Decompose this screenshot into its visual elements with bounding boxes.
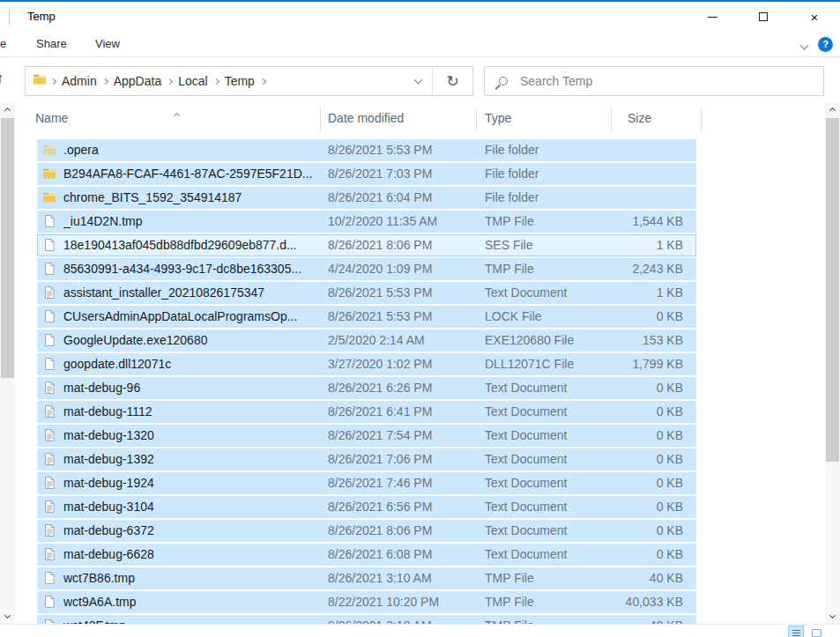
file-list-scrollbar[interactable] (825, 102, 840, 624)
scrollbar-thumb[interactable] (826, 118, 839, 462)
file-date-modified: 8/26/2021 8:06 PM (328, 523, 432, 537)
scroll-down-button[interactable] (825, 610, 840, 624)
file-name: .opera (63, 143, 99, 157)
folder-hidden-icon (42, 143, 56, 157)
table-row[interactable]: GoogleUpdate.exe1206802/5/2020 2:14 AMEX… (15, 330, 825, 352)
table-row[interactable]: _iu14D2N.tmp10/2/2020 11:35 AMTMP File1,… (15, 211, 825, 233)
table-row[interactable]: goopdate.dll12071c3/27/2020 1:02 PMDLL12… (15, 353, 825, 375)
file-size: 0 KB (579, 428, 683, 442)
file-icon (42, 309, 56, 323)
chevron-down-icon (800, 41, 809, 50)
column-divider[interactable] (611, 107, 612, 132)
file-date-modified: 2/5/2020 2:14 AM (328, 333, 425, 347)
file-type: Text Document (485, 523, 567, 537)
titlebar-separator (9, 10, 10, 25)
chevron-down-icon (413, 76, 422, 85)
table-row[interactable]: wct7B86.tmp8/26/2021 3:10 AMTMP File40 K… (15, 567, 825, 589)
question-icon: ? (822, 39, 829, 49)
minimize-button[interactable] (687, 2, 738, 32)
breadcrumb-item-temp[interactable]: Temp (219, 74, 260, 88)
file-type: Text Document (485, 500, 567, 514)
refresh-button[interactable]: ↻ (432, 67, 472, 95)
table-row[interactable]: mat-debug-31048/26/2021 6:56 PMText Docu… (15, 496, 825, 518)
address-dropdown-button[interactable] (404, 67, 432, 95)
column-header-date-modified[interactable]: Date modified (328, 111, 404, 125)
sort-ascending-icon (175, 106, 179, 122)
table-row[interactable]: mat-debug-63728/26/2021 8:06 PMText Docu… (15, 520, 825, 542)
titlebar[interactable]: Temp × (0, 2, 840, 32)
maximize-button[interactable] (738, 2, 789, 32)
chevron-right-icon (102, 78, 108, 84)
scroll-down-button[interactable] (0, 610, 15, 624)
tab-share[interactable]: Share (36, 37, 67, 50)
up-button[interactable]: ↑ (0, 65, 12, 92)
file-name: 85630991-a434-4993-9c17-dc8be163305... (63, 262, 301, 276)
table-row[interactable]: 85630991-a434-4993-9c17-dc8be163305...4/… (15, 258, 825, 280)
file-name: mat-debug-96 (63, 381, 140, 395)
file-name: wct7B86.tmp (63, 571, 135, 585)
breadcrumb-item-local[interactable]: Local (173, 74, 212, 88)
table-row[interactable]: mat-debug-13928/26/2021 7:06 PMText Docu… (15, 448, 825, 470)
chevron-right-icon (167, 78, 173, 84)
file-date-modified: 8/26/2021 5:53 PM (328, 285, 432, 300)
large-icons-view-button[interactable] (808, 626, 824, 637)
table-row[interactable]: mat-debug-66288/26/2021 6:08 PMText Docu… (15, 544, 825, 566)
table-row[interactable]: CUsersAdminAppDataLocalProgramsOp...8/26… (15, 306, 825, 328)
folder-icon (42, 167, 56, 181)
expand-ribbon-button[interactable] (801, 36, 807, 52)
file-type: DLL12071C File (485, 357, 574, 371)
table-row[interactable]: chrome_BITS_1592_3549141878/26/2021 6:04… (15, 187, 825, 209)
address-bar[interactable]: AdminAppDataLocalTemp ↻ (25, 66, 473, 96)
chevron-right-icon (213, 78, 219, 84)
file-name: wct9A6A.tmp (63, 595, 136, 609)
table-row[interactable]: assistant_installer_202108261753478/26/2… (15, 282, 825, 304)
help-button[interactable]: ? (818, 37, 833, 52)
file-date-modified: 8/22/2021 10:20 PM (328, 595, 439, 609)
tab-home-partial[interactable]: e (0, 37, 6, 50)
file-name: mat-debug-3104 (63, 500, 154, 514)
refresh-icon: ↻ (446, 72, 458, 91)
table-row[interactable]: wct42F.tmp8/26/2021 3:10 AMTMP File40 KB (15, 615, 825, 624)
close-button[interactable]: × (789, 2, 840, 32)
details-view-icon (792, 630, 800, 636)
table-row[interactable]: wct9A6A.tmp8/22/2021 10:20 PMTMP File40,… (15, 591, 825, 613)
column-divider[interactable] (320, 107, 321, 132)
file-type: LOCK File (485, 309, 542, 323)
column-header-name[interactable]: Name (35, 111, 68, 125)
search-bar[interactable] (484, 66, 824, 96)
file-type: Text Document (485, 285, 567, 300)
column-header-type[interactable]: Type (485, 111, 511, 125)
table-row[interactable]: mat-debug-19248/26/2021 7:46 PMText Docu… (15, 472, 825, 494)
file-size: 1 KB (579, 238, 683, 252)
scroll-up-button[interactable] (825, 102, 840, 116)
nav-pane-scrollbar[interactable] (0, 102, 15, 624)
column-divider[interactable] (476, 107, 477, 132)
table-row[interactable]: mat-debug-11128/26/2021 6:41 PMText Docu… (15, 401, 825, 423)
file-date-modified: 8/26/2021 6:56 PM (328, 500, 432, 514)
scroll-up-button[interactable] (0, 102, 15, 116)
file-date-modified: 8/26/2021 7:06 PM (328, 452, 432, 466)
file-type: Text Document (485, 381, 567, 395)
file-type: File folder (485, 167, 539, 181)
text-file-icon (42, 452, 56, 466)
table-row[interactable]: 18e190413af045db88dfbd29609eb877.d...8/2… (15, 234, 825, 256)
column-header-size[interactable]: Size (628, 111, 651, 125)
file-date-modified: 10/2/2020 11:35 AM (328, 214, 437, 228)
column-divider[interactable] (701, 107, 702, 132)
file-name: goopdate.dll12071c (63, 357, 171, 371)
breadcrumb-item-appdata[interactable]: AppData (108, 74, 167, 88)
text-file-icon (42, 285, 56, 300)
text-file-icon (42, 428, 56, 442)
file-size: 0 KB (579, 309, 683, 323)
scrollbar-thumb[interactable] (1, 118, 14, 378)
table-row[interactable]: mat-debug-13208/26/2021 7:54 PMText Docu… (15, 425, 825, 447)
tab-view[interactable]: View (95, 37, 120, 50)
details-view-button[interactable] (788, 626, 804, 637)
file-date-modified: 8/26/2021 6:26 PM (328, 381, 432, 395)
table-row[interactable]: B294AFA8-FCAF-4461-87AC-2597E5F21D...8/2… (15, 163, 825, 185)
search-input[interactable] (518, 73, 823, 89)
breadcrumb-item-admin[interactable]: Admin (56, 74, 102, 88)
table-row[interactable]: .opera8/26/2021 5:53 PMFile folder (15, 139, 825, 161)
table-row[interactable]: mat-debug-968/26/2021 6:26 PMText Docume… (15, 377, 825, 399)
file-size: 0 KB (579, 523, 683, 537)
